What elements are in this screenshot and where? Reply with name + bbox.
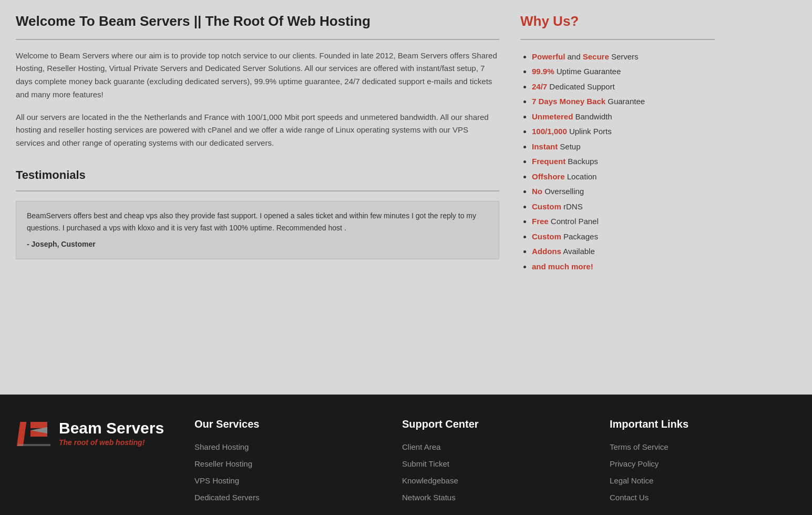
list-item: Terms of Service	[610, 441, 796, 453]
why-us-list: Powerful and Secure Servers 99.9% Uptime…	[520, 49, 715, 275]
list-item: Client Area	[402, 441, 589, 453]
testimonial-author: - Joseph, Customer	[27, 238, 488, 250]
svg-rect-0	[17, 422, 26, 446]
list-item: Custom Packages	[532, 229, 715, 245]
highlight: 99.9%	[532, 67, 554, 76]
testimonials-title: Testimonials	[16, 166, 499, 184]
list-item: VPS Hosting	[194, 474, 381, 487]
footer-link-dedicated-servers[interactable]: Dedicated Servers	[194, 493, 259, 502]
highlight: 24/7	[532, 82, 547, 91]
footer-link-client-area[interactable]: Client Area	[402, 442, 440, 451]
list-item: Shared Hosting	[194, 441, 381, 453]
right-column: Why Us? Powerful and Secure Servers 99.9…	[520, 11, 715, 384]
list-item: Instant Setup	[532, 139, 715, 155]
footer-logo-col: Beam Servers The root of web hosting!	[16, 416, 173, 457]
highlight: Frequent	[532, 157, 566, 166]
footer-support-list: Client Area Submit Ticket Knowledgebase …	[402, 441, 589, 504]
list-item: Custom rDNS	[532, 199, 715, 215]
why-us-divider	[520, 39, 715, 40]
page-title: Welcome To Beam Servers || The Root Of W…	[16, 11, 499, 33]
list-item: Submit Ticket	[402, 458, 589, 470]
list-item: 99.9% Uptime Guarantee	[532, 64, 715, 79]
logo-tagline: The root of web hosting!	[59, 437, 164, 448]
footer-link-submit-ticket[interactable]: Submit Ticket	[402, 459, 449, 468]
logo-name: Beam Servers	[59, 419, 164, 437]
footer-link-network-status[interactable]: Network Status	[402, 493, 456, 502]
list-item: Knowledgebase	[402, 474, 589, 487]
footer-link-legal[interactable]: Legal Notice	[610, 476, 653, 485]
list-item: Legal Notice	[610, 474, 796, 487]
list-item: Privacy Policy	[610, 458, 796, 470]
highlight: and much more!	[532, 262, 593, 271]
footer-important-title: Important Links	[610, 416, 796, 432]
list-item: 100/1,000 Uplink Ports	[532, 124, 715, 139]
svg-rect-1	[30, 422, 47, 428]
highlight: Unmetered	[532, 112, 573, 121]
list-item: Free Control Panel	[532, 214, 715, 229]
footer-services: Our Services Shared Hosting Reseller Hos…	[194, 416, 381, 508]
list-item: No Overselling	[532, 184, 715, 199]
highlight: No	[532, 187, 542, 196]
list-item: Addons Available	[532, 244, 715, 259]
list-item: Reseller Hosting	[194, 458, 381, 470]
logo-name-plain: Beam	[59, 419, 106, 437]
intro-paragraph-1: Welcome to Beam Servers where our aim is…	[16, 49, 499, 102]
highlight: 7 Days Money Back	[532, 97, 605, 106]
logo-name-bold: Servers	[106, 419, 164, 437]
footer-link-shared-hosting[interactable]: Shared Hosting	[194, 442, 249, 451]
highlight: Free	[532, 217, 549, 226]
testimonials-divider	[16, 190, 499, 191]
footer-link-vps-hosting[interactable]: VPS Hosting	[194, 476, 239, 485]
list-item: Unmetered Bandwidth	[532, 109, 715, 125]
main-wrapper: Welcome To Beam Servers || The Root Of W…	[0, 0, 812, 395]
list-item: Network Status	[402, 491, 589, 504]
left-column: Welcome To Beam Servers || The Root Of W…	[16, 11, 499, 384]
footer-support: Support Center Client Area Submit Ticket…	[402, 416, 589, 508]
list-item: 7 Days Money Back Guarantee	[532, 94, 715, 109]
testimonial-item: BeamServers offers best and cheap vps al…	[16, 201, 499, 259]
footer-link-reseller-hosting[interactable]: Reseller Hosting	[194, 459, 252, 468]
highlight: Secure	[583, 52, 609, 61]
highlight: 100/1,000	[532, 127, 567, 136]
testimonial-text: BeamServers offers best and cheap vps al…	[27, 210, 488, 234]
footer-link-knowledgebase[interactable]: Knowledgebase	[402, 476, 458, 485]
footer-important: Important Links Terms of Service Privacy…	[610, 416, 796, 508]
footer-link-tos[interactable]: Terms of Service	[610, 442, 669, 451]
footer: Beam Servers The root of web hosting! Ou…	[0, 395, 812, 515]
footer-support-title: Support Center	[402, 416, 589, 432]
list-item: Offshore Location	[532, 169, 715, 185]
highlight: Powerful	[532, 52, 565, 61]
footer-services-list: Shared Hosting Reseller Hosting VPS Host…	[194, 441, 381, 504]
highlight: Addons	[532, 247, 561, 256]
footer-link-contact[interactable]: Contact Us	[610, 493, 649, 502]
list-item: Powerful and Secure Servers	[532, 49, 715, 65]
title-divider	[16, 39, 499, 40]
list-item: and much more!	[532, 259, 715, 275]
list-item: Dedicated Servers	[194, 491, 381, 504]
footer-logo: Beam Servers The root of web hosting!	[16, 416, 173, 452]
footer-services-title: Our Services	[194, 416, 381, 432]
highlight: Custom	[532, 232, 561, 241]
intro-paragraph-2: All our servers are located in the the N…	[16, 111, 499, 150]
footer-important-list: Terms of Service Privacy Policy Legal No…	[610, 441, 796, 504]
highlight: Offshore	[532, 172, 565, 181]
logo-text: Beam Servers The root of web hosting!	[59, 419, 164, 448]
highlight: Custom	[532, 202, 561, 211]
list-item: 24/7 Dedicated Support	[532, 79, 715, 95]
logo-icon	[16, 416, 53, 452]
list-item: Contact Us	[610, 491, 796, 504]
why-us-title: Why Us?	[520, 11, 715, 33]
footer-link-privacy[interactable]: Privacy Policy	[610, 459, 659, 468]
highlight: Instant	[532, 142, 558, 151]
svg-rect-4	[18, 444, 50, 446]
list-item: Frequent Backups	[532, 154, 715, 169]
